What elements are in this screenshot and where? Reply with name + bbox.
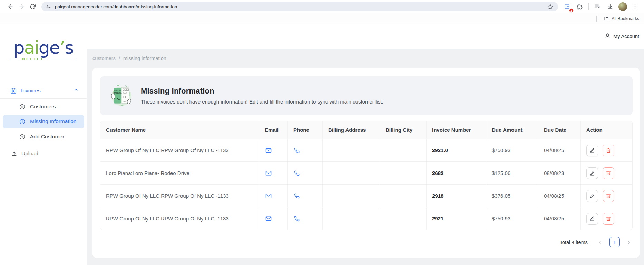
sidebar-item-upload[interactable]: Upload [0, 148, 87, 159]
edit-button[interactable] [586, 190, 598, 202]
page-title: Missing Information [141, 87, 383, 96]
due-amount-cell: $750.93 [486, 139, 538, 161]
forward-button[interactable] [16, 1, 27, 12]
chevron-left-icon [598, 240, 603, 245]
table-row: RPW Group Of Ny LLC:RPW Group Of Ny LLC … [100, 184, 632, 207]
column-header-due-date: Due Date [538, 121, 580, 139]
phone-button[interactable] [293, 215, 300, 222]
back-arrow-icon [7, 3, 14, 10]
chevron-up-icon[interactable] [74, 88, 78, 92]
phone-button[interactable] [293, 170, 300, 177]
envelope-icon [265, 170, 272, 176]
customer-name-cell: Loro Piana:Loro Piana- Rodeo Drive [100, 162, 259, 184]
phone-icon [294, 148, 300, 153]
all-bookmarks-button[interactable]: All Bookmarks [604, 16, 639, 21]
email-button[interactable] [265, 192, 272, 200]
bookmarks-separator [596, 16, 597, 22]
edit-button[interactable] [586, 145, 598, 156]
column-header-due-amount: Due Amount [486, 121, 538, 139]
breadcrumb-separator: / [119, 56, 120, 61]
password-alert-button[interactable]: 1 [562, 1, 573, 12]
browser-toolbar: paigeai.managedcoder.com/dashboard/missi… [0, 0, 644, 13]
exclamation-circle-icon [19, 119, 25, 125]
svg-text:INSTRUCTION: INSTRUCTION [114, 90, 121, 91]
delete-button[interactable] [603, 145, 614, 156]
all-bookmarks-label: All Bookmarks [612, 16, 639, 21]
edit-button[interactable] [586, 167, 598, 179]
trash-icon [606, 148, 611, 153]
column-header-customer-name: Customer Name [100, 121, 259, 139]
content-card: INSTRUCTION MANUAL Missing Information T… [92, 68, 640, 258]
svg-text:$: $ [21, 105, 23, 108]
billing-city-cell [380, 185, 426, 207]
site-settings-icon [46, 4, 51, 10]
downloads-button[interactable] [605, 1, 616, 12]
sidebar-item-add-customer[interactable]: Add Customer [0, 131, 87, 143]
column-header-billing-city: Billing City [380, 121, 426, 139]
trash-icon [606, 193, 611, 199]
kebab-menu-icon [632, 4, 638, 9]
media-controls-button[interactable] [592, 1, 603, 12]
paiges-office-logo: paige’s OFFICE [0, 38, 87, 61]
due-amount-cell: $125.06 [486, 162, 538, 184]
sidebar-divider [0, 98, 87, 99]
customer-name-cell: RPW Group Of Ny LLC:RPW Group Of Ny LLC … [100, 139, 259, 161]
page-1-button[interactable]: 1 [609, 237, 620, 247]
extensions-button[interactable] [574, 1, 585, 12]
back-button[interactable] [5, 1, 16, 12]
email-button[interactable] [265, 215, 272, 223]
table-header-row: Customer Name Email Phone Billing Addres… [100, 121, 632, 139]
billing-address-cell [322, 139, 380, 161]
sidebar-item-customers[interactable]: $ Customers [0, 101, 87, 112]
due-date-cell: 04/08/25 [538, 185, 580, 207]
billing-address-cell [322, 185, 380, 207]
my-account-label: My Account [613, 33, 639, 39]
bookmark-star-button[interactable] [546, 2, 555, 11]
delete-button[interactable] [603, 190, 614, 202]
toolbar-separator [588, 3, 589, 10]
delete-button[interactable] [603, 167, 614, 179]
billing-address-cell [322, 162, 380, 184]
url-text: paigeai.managedcoder.com/dashboard/missi… [55, 4, 546, 9]
due-date-cell: 04/08/25 [538, 139, 580, 161]
delete-button[interactable] [603, 213, 614, 225]
person-icon [605, 33, 611, 39]
invoice-number-cell: 2921 [426, 207, 486, 230]
pencil-icon [589, 170, 595, 176]
invoice-number-cell: 2921.0 [426, 139, 486, 161]
email-button[interactable] [265, 147, 272, 154]
phone-button[interactable] [293, 147, 300, 154]
profile-avatar[interactable] [617, 1, 628, 12]
edit-button[interactable] [586, 213, 598, 225]
reload-button[interactable] [27, 1, 38, 12]
due-amount-cell: $750.93 [486, 207, 538, 230]
phone-icon [294, 193, 300, 199]
address-bar[interactable]: paigeai.managedcoder.com/dashboard/missi… [41, 2, 558, 11]
logo-rule-right [47, 59, 76, 59]
next-page-button[interactable] [625, 239, 633, 246]
alert-badge: 1 [569, 8, 574, 13]
due-date-cell: 08/08/23 [538, 162, 580, 184]
billing-city-cell [380, 207, 426, 230]
breadcrumb-current: missing information [123, 56, 166, 61]
billing-address-cell [322, 207, 380, 230]
prev-page-button[interactable] [597, 239, 604, 246]
folder-icon [604, 16, 609, 21]
phone-button[interactable] [293, 193, 300, 199]
envelope-icon [265, 147, 272, 154]
browser-menu-button[interactable] [630, 1, 641, 12]
pencil-icon [589, 216, 595, 222]
envelope-icon [265, 216, 272, 222]
invoice-number-cell: 2918 [426, 185, 486, 207]
table-row: RPW Group Of Ny LLC:RPW Group Of Ny LLC … [100, 139, 632, 161]
email-button[interactable] [265, 169, 272, 177]
sidebar-item-label: Missing Information [30, 118, 76, 125]
plus-circle-icon [19, 134, 25, 140]
customer-name-cell: RPW Group Of Ny LLC:RPW Group Of Ny LLC … [100, 185, 259, 207]
breadcrumb-customers[interactable]: customers [92, 56, 116, 61]
my-account-button[interactable]: My Account [605, 33, 639, 39]
sidebar-item-missing-information[interactable]: Missing Information [0, 116, 87, 127]
phone-icon [294, 216, 300, 222]
logo-wordmark: paige’s [0, 38, 87, 57]
reload-icon [30, 4, 36, 10]
